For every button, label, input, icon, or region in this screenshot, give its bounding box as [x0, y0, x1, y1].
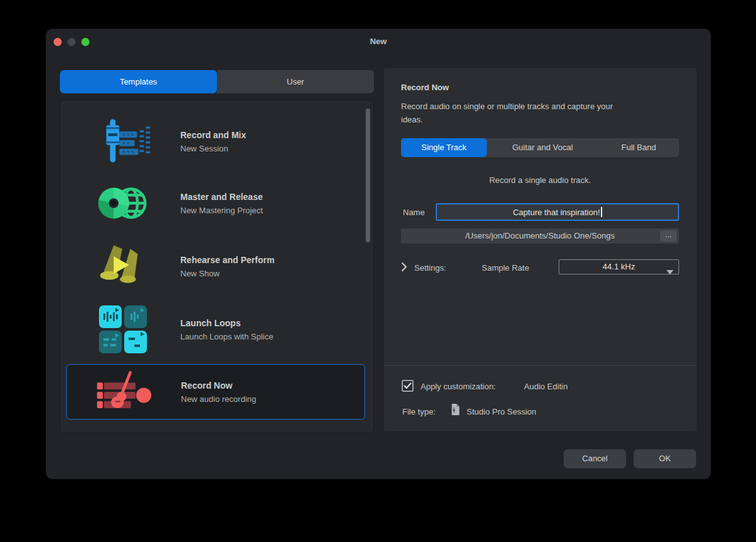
detail-description-line1: Record audio on single or multiple track… [401, 100, 679, 113]
tab-guitar-and-vocal[interactable]: Guitar and Vocal [487, 138, 598, 157]
list-item-launch-loops[interactable]: Launch Loops Launch Loops with Splice [61, 298, 375, 361]
list-item-record-and-mix[interactable]: Record and Mix New Session [61, 110, 375, 173]
template-subtitle: Launch Loops with Splice [180, 332, 273, 341]
title-bar[interactable]: New [46, 29, 711, 53]
variant-description: Record a single audio track. [401, 175, 679, 185]
name-label: Name [403, 208, 425, 217]
list-item-text: Record Now New audio recording [181, 380, 256, 404]
template-subtitle: New Mastering Project [180, 206, 263, 215]
text-caret [601, 207, 602, 217]
tab-user[interactable]: User [217, 70, 374, 93]
list-item-text: Launch Loops Launch Loops with Splice [180, 318, 273, 341]
tab-full-band[interactable]: Full Band [598, 138, 679, 157]
template-subtitle: New audio recording [181, 394, 256, 404]
template-subtitle: New Show [180, 269, 274, 278]
variant-tabbar: Single Track Guitar and Vocal Full Band [401, 138, 679, 157]
template-title: Rehearse and Perform [180, 255, 274, 265]
template-title: Master and Release [180, 192, 263, 202]
list-item-text: Rehearse and Perform New Show [180, 255, 274, 278]
list-item-master-and-release[interactable]: Master and Release New Mastering Project [61, 172, 375, 235]
sample-rate-label: Sample Rate [482, 263, 529, 273]
file-type-label: File type: [402, 407, 436, 416]
list-item-record-now[interactable]: Record Now New audio recording [66, 364, 365, 420]
save-path-field[interactable]: /Users/jon/Documents/Studio One/Songs ..… [401, 228, 679, 244]
tab-single-track[interactable]: Single Track [401, 138, 487, 157]
list-item-rehearse-and-perform[interactable]: Rehearse and Perform New Show [61, 235, 375, 298]
screen-background: New Templates User [0, 0, 756, 542]
session-file-icon [450, 403, 460, 418]
apply-customization-checkbox[interactable] [402, 380, 414, 392]
list-item-text: Master and Release New Mastering Project [180, 192, 263, 215]
section-divider [384, 365, 697, 366]
detail-description: Record audio on single or multiple track… [401, 100, 679, 126]
new-dialog-window: New Templates User [45, 28, 711, 480]
list-scrollbar[interactable] [366, 109, 370, 242]
mixer-fader-icon [95, 116, 151, 167]
close-window-icon[interactable] [54, 38, 62, 46]
file-type-value: Studio Pro Session [467, 407, 537, 416]
detail-description-line2: ideas. [401, 113, 679, 126]
disc-globe-icon [95, 178, 151, 228]
detail-panel: Record Now Record audio on single or mul… [384, 68, 697, 431]
chevron-right-icon[interactable] [401, 262, 407, 274]
name-input[interactable]: Capture that inspiration! [436, 203, 679, 221]
tab-templates[interactable]: Templates [60, 70, 217, 93]
sample-rate-dropdown[interactable]: 44.1 kHz [559, 259, 679, 274]
minimize-window-icon [67, 38, 76, 46]
apply-customization-label: Apply customization: [421, 382, 496, 391]
detail-title: Record Now [401, 83, 449, 92]
save-path-value: /Users/jon/Documents/Studio One/Songs [465, 231, 615, 240]
record-guitar-icon [96, 367, 151, 417]
ok-button[interactable]: OK [634, 449, 696, 468]
chevron-down-icon [666, 265, 673, 279]
loop-pads-icon [95, 304, 151, 355]
template-list: Record and Mix New Session [60, 100, 374, 433]
list-item-text: Record and Mix New Session [180, 130, 246, 153]
name-value: Capture that inspiration! [513, 208, 600, 217]
window-title: New [46, 29, 711, 53]
sample-rate-value: 44.1 kHz [603, 262, 635, 271]
spotlights-icon [95, 241, 151, 292]
settings-label: Settings: [414, 263, 446, 273]
template-title: Launch Loops [180, 318, 273, 328]
apply-customization-value[interactable]: Audio Editin [524, 382, 571, 391]
template-subtitle: New Session [180, 144, 246, 153]
cancel-button[interactable]: Cancel [564, 449, 626, 468]
zoom-window-icon[interactable] [81, 38, 90, 46]
template-title: Record Now [181, 380, 256, 391]
source-tabbar: Templates User [60, 70, 374, 93]
template-title: Record and Mix [180, 130, 246, 140]
browse-button[interactable]: ... [660, 230, 677, 242]
